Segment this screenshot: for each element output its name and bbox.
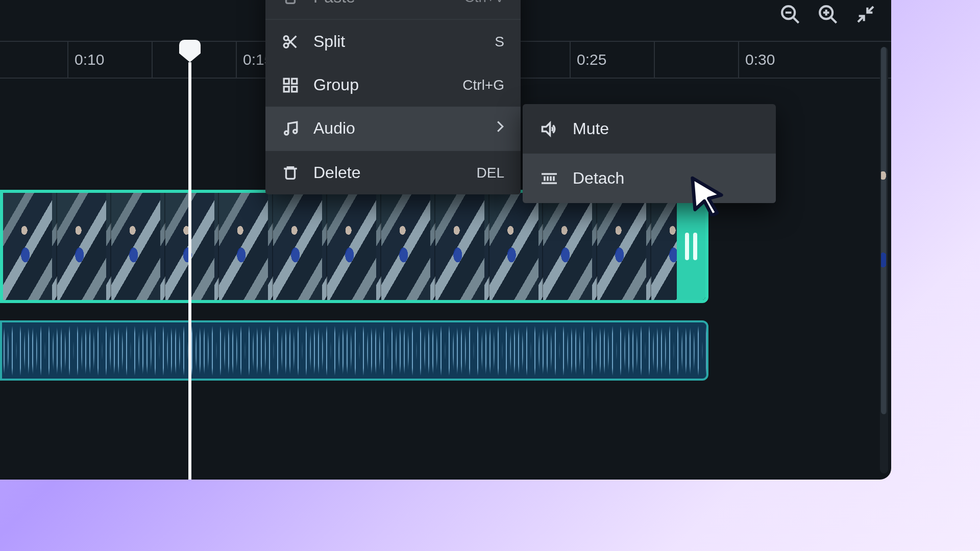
- menu-item-delete[interactable]: Delete DEL: [265, 151, 521, 194]
- svg-rect-14: [292, 79, 297, 84]
- menu-item-split[interactable]: Split S: [265, 20, 521, 63]
- clip-trim-handle[interactable]: [677, 193, 705, 300]
- chevron-right-icon: [496, 120, 504, 136]
- submenu-label: Mute: [573, 119, 609, 138]
- waveform: [2, 322, 706, 379]
- speaker-icon: [540, 120, 558, 138]
- submenu-item-mute[interactable]: Mute: [523, 104, 776, 154]
- timeline-scrollbar[interactable]: [880, 47, 888, 473]
- ruler-tick: 0:25: [570, 42, 606, 78]
- menu-label: Audio: [313, 119, 355, 138]
- clip-thumbnails: [3, 193, 705, 300]
- paste-icon: [282, 0, 299, 6]
- menu-label: Delete: [313, 163, 361, 182]
- svg-rect-19: [286, 168, 295, 179]
- svg-rect-13: [284, 79, 289, 84]
- context-menu: Paste Ctrl+V Split S Group Ctrl+G Audio: [265, 0, 521, 194]
- zoom-toolbar: [780, 4, 876, 24]
- ruler-tick: [152, 42, 159, 78]
- trash-icon: [282, 164, 299, 182]
- svg-line-1: [794, 18, 799, 23]
- timeline-editor: 0:10 0:15 0:25 0:30 Paste Ctrl+V: [0, 0, 891, 480]
- audio-clip[interactable]: [0, 320, 708, 381]
- scissors-icon: [282, 33, 299, 51]
- svg-rect-16: [292, 86, 297, 91]
- menu-item-group[interactable]: Group Ctrl+G: [265, 63, 521, 107]
- collapse-icon[interactable]: [855, 4, 876, 24]
- ruler-tick: [654, 42, 661, 78]
- music-icon: [282, 120, 299, 137]
- svg-marker-20: [543, 123, 550, 135]
- detach-icon: [540, 169, 558, 188]
- submenu-item-detach[interactable]: Detach: [523, 154, 776, 203]
- menu-shortcut: DEL: [477, 165, 504, 181]
- svg-line-4: [831, 18, 837, 23]
- svg-point-17: [285, 131, 288, 134]
- zoom-in-icon[interactable]: [818, 4, 838, 24]
- audio-submenu: Mute Detach: [523, 104, 776, 203]
- video-clip[interactable]: [0, 190, 708, 303]
- menu-item-audio[interactable]: Audio: [265, 107, 521, 151]
- menu-shortcut: Ctrl+V: [464, 0, 504, 6]
- menu-label: Paste: [313, 0, 355, 7]
- menu-shortcut: S: [495, 34, 504, 50]
- menu-label: Group: [313, 76, 359, 94]
- ruler-tick: 0:30: [738, 42, 775, 78]
- group-icon: [282, 77, 299, 94]
- zoom-out-icon[interactable]: [780, 4, 800, 24]
- menu-label: Split: [313, 32, 345, 51]
- menu-item-paste[interactable]: Paste Ctrl+V: [265, 0, 521, 20]
- submenu-label: Detach: [573, 169, 624, 188]
- menu-shortcut: Ctrl+G: [462, 77, 504, 93]
- svg-rect-7: [286, 0, 295, 3]
- scrollbar-thumb[interactable]: [881, 47, 887, 414]
- svg-point-18: [293, 130, 297, 133]
- svg-rect-15: [284, 86, 289, 91]
- ruler-tick: 0:10: [67, 42, 104, 78]
